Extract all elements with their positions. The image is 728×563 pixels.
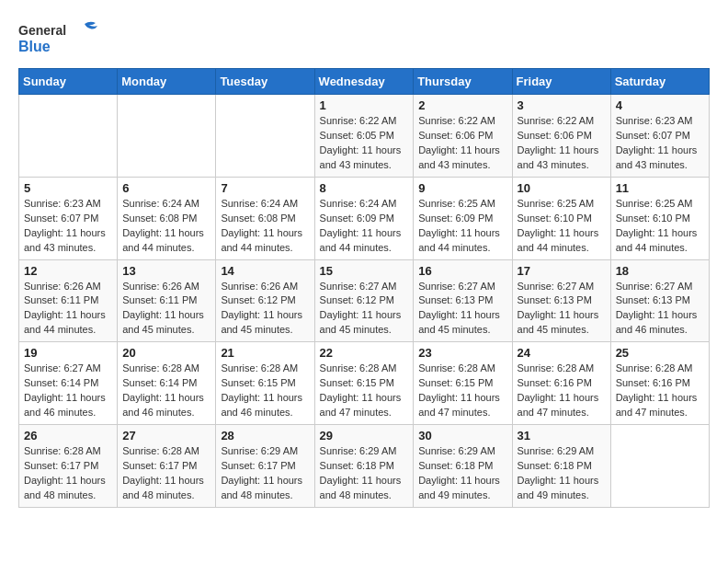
calendar-day-cell [216,95,314,178]
day-number: 16 [418,264,506,278]
day-number: 4 [616,98,704,112]
day-info: Sunrise: 6:26 AMSunset: 6:11 PMDaylight:… [24,280,112,339]
day-number: 29 [320,429,409,442]
day-number: 31 [518,429,606,442]
svg-text:General: General [18,23,66,38]
weekday-header: Saturday [610,69,709,95]
calendar-day-cell: 27Sunrise: 6:28 AMSunset: 6:17 PMDayligh… [118,425,216,508]
calendar-day-cell [610,425,709,508]
calendar-day-cell: 31Sunrise: 6:29 AMSunset: 6:18 PMDayligh… [512,425,610,508]
day-number: 3 [518,98,606,112]
weekday-header: Tuesday [216,69,314,95]
calendar-day-cell: 18Sunrise: 6:27 AMSunset: 6:13 PMDayligh… [610,259,709,342]
day-info: Sunrise: 6:27 AMSunset: 6:14 PMDaylight:… [24,362,112,420]
day-info: Sunrise: 6:28 AMSunset: 6:15 PMDaylight:… [320,362,409,420]
calendar-day-cell: 29Sunrise: 6:29 AMSunset: 6:18 PMDayligh… [314,425,414,508]
calendar-day-cell: 10Sunrise: 6:25 AMSunset: 6:10 PMDayligh… [512,177,610,259]
svg-text:Blue: Blue [18,39,51,54]
day-info: Sunrise: 6:27 AMSunset: 6:13 PMDaylight:… [616,280,704,339]
calendar-day-cell: 5Sunrise: 6:23 AMSunset: 6:07 PMDaylight… [19,177,118,259]
day-number: 22 [320,346,409,360]
calendar-day-cell: 9Sunrise: 6:25 AMSunset: 6:09 PMDaylight… [414,177,512,259]
day-info: Sunrise: 6:22 AMSunset: 6:05 PMDaylight:… [320,114,409,173]
calendar-day-cell: 21Sunrise: 6:28 AMSunset: 6:15 PMDayligh… [216,342,314,425]
calendar-week-row: 26Sunrise: 6:28 AMSunset: 6:17 PMDayligh… [19,425,710,508]
day-info: Sunrise: 6:24 AMSunset: 6:09 PMDaylight:… [320,197,409,256]
day-info: Sunrise: 6:26 AMSunset: 6:11 PMDaylight:… [122,280,210,339]
calendar-day-cell: 30Sunrise: 6:29 AMSunset: 6:18 PMDayligh… [414,425,512,508]
calendar-day-cell [118,95,216,178]
day-info: Sunrise: 6:28 AMSunset: 6:17 PMDaylight:… [122,444,210,503]
day-info: Sunrise: 6:27 AMSunset: 6:13 PMDaylight:… [518,280,606,339]
logo-svg: General Blue [18,18,101,59]
day-number: 27 [122,429,210,442]
calendar-day-cell: 13Sunrise: 6:26 AMSunset: 6:11 PMDayligh… [118,259,216,342]
day-info: Sunrise: 6:28 AMSunset: 6:17 PMDaylight:… [24,444,112,503]
calendar-header-row: SundayMondayTuesdayWednesdayThursdayFrid… [19,69,710,95]
day-info: Sunrise: 6:29 AMSunset: 6:17 PMDaylight:… [221,444,309,503]
calendar-day-cell: 20Sunrise: 6:28 AMSunset: 6:14 PMDayligh… [118,342,216,425]
calendar-body: 1Sunrise: 6:22 AMSunset: 6:05 PMDaylight… [19,95,710,508]
day-number: 10 [518,181,606,195]
weekday-header: Friday [512,69,610,95]
calendar-day-cell: 1Sunrise: 6:22 AMSunset: 6:05 PMDaylight… [314,95,414,178]
day-info: Sunrise: 6:29 AMSunset: 6:18 PMDaylight:… [518,444,606,503]
day-info: Sunrise: 6:29 AMSunset: 6:18 PMDaylight:… [418,444,506,503]
day-info: Sunrise: 6:28 AMSunset: 6:14 PMDaylight:… [122,362,210,420]
day-number: 30 [418,429,506,442]
calendar: SundayMondayTuesdayWednesdayThursdayFrid… [18,68,710,508]
calendar-day-cell: 25Sunrise: 6:28 AMSunset: 6:16 PMDayligh… [610,342,709,425]
calendar-day-cell: 11Sunrise: 6:25 AMSunset: 6:10 PMDayligh… [610,177,709,259]
day-number: 14 [221,264,309,278]
day-info: Sunrise: 6:29 AMSunset: 6:18 PMDaylight:… [320,444,409,503]
day-info: Sunrise: 6:27 AMSunset: 6:12 PMDaylight:… [320,280,409,339]
calendar-day-cell: 15Sunrise: 6:27 AMSunset: 6:12 PMDayligh… [314,259,414,342]
day-number: 9 [418,181,506,195]
day-number: 21 [221,346,309,360]
calendar-day-cell: 28Sunrise: 6:29 AMSunset: 6:17 PMDayligh… [216,425,314,508]
calendar-day-cell: 24Sunrise: 6:28 AMSunset: 6:16 PMDayligh… [512,342,610,425]
day-number: 18 [616,264,704,278]
calendar-day-cell: 3Sunrise: 6:22 AMSunset: 6:06 PMDaylight… [512,95,610,178]
calendar-day-cell: 7Sunrise: 6:24 AMSunset: 6:08 PMDaylight… [216,177,314,259]
day-info: Sunrise: 6:28 AMSunset: 6:15 PMDaylight:… [221,362,309,420]
day-info: Sunrise: 6:24 AMSunset: 6:08 PMDaylight:… [221,197,309,256]
calendar-week-row: 1Sunrise: 6:22 AMSunset: 6:05 PMDaylight… [19,95,710,178]
day-number: 15 [320,264,409,278]
calendar-day-cell: 19Sunrise: 6:27 AMSunset: 6:14 PMDayligh… [19,342,118,425]
weekday-header: Thursday [414,69,512,95]
calendar-day-cell: 16Sunrise: 6:27 AMSunset: 6:13 PMDayligh… [414,259,512,342]
calendar-week-row: 5Sunrise: 6:23 AMSunset: 6:07 PMDaylight… [19,177,710,259]
calendar-day-cell: 6Sunrise: 6:24 AMSunset: 6:08 PMDaylight… [118,177,216,259]
day-number: 11 [616,181,704,195]
day-info: Sunrise: 6:24 AMSunset: 6:08 PMDaylight:… [122,197,210,256]
day-number: 17 [518,264,606,278]
day-info: Sunrise: 6:27 AMSunset: 6:13 PMDaylight:… [418,280,506,339]
day-info: Sunrise: 6:22 AMSunset: 6:06 PMDaylight:… [518,114,606,173]
calendar-week-row: 19Sunrise: 6:27 AMSunset: 6:14 PMDayligh… [19,342,710,425]
weekday-header: Wednesday [314,69,414,95]
day-info: Sunrise: 6:25 AMSunset: 6:10 PMDaylight:… [518,197,606,256]
calendar-week-row: 12Sunrise: 6:26 AMSunset: 6:11 PMDayligh… [19,259,710,342]
calendar-day-cell: 14Sunrise: 6:26 AMSunset: 6:12 PMDayligh… [216,259,314,342]
day-number: 20 [122,346,210,360]
calendar-day-cell: 12Sunrise: 6:26 AMSunset: 6:11 PMDayligh… [19,259,118,342]
calendar-day-cell: 22Sunrise: 6:28 AMSunset: 6:15 PMDayligh… [314,342,414,425]
day-number: 7 [221,181,309,195]
day-info: Sunrise: 6:22 AMSunset: 6:06 PMDaylight:… [418,114,506,173]
day-info: Sunrise: 6:28 AMSunset: 6:16 PMDaylight:… [518,362,606,420]
day-info: Sunrise: 6:28 AMSunset: 6:15 PMDaylight:… [418,362,506,420]
day-number: 6 [122,181,210,195]
calendar-day-cell: 2Sunrise: 6:22 AMSunset: 6:06 PMDaylight… [414,95,512,178]
day-number: 26 [24,429,112,442]
logo: General Blue [18,18,101,59]
day-number: 19 [24,346,112,360]
calendar-day-cell [19,95,118,178]
weekday-header: Sunday [19,69,118,95]
weekday-header: Monday [118,69,216,95]
day-number: 12 [24,264,112,278]
day-number: 5 [24,181,112,195]
day-info: Sunrise: 6:23 AMSunset: 6:07 PMDaylight:… [24,197,112,256]
day-info: Sunrise: 6:25 AMSunset: 6:09 PMDaylight:… [418,197,506,256]
day-number: 13 [122,264,210,278]
